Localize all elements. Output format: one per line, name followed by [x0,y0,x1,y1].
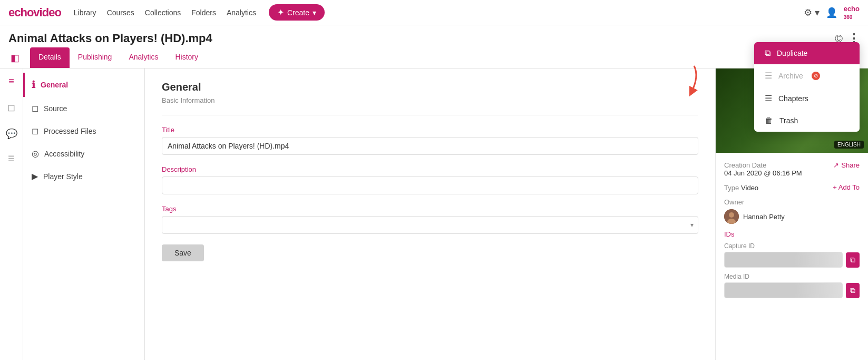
nav-item-accessibility[interactable]: ◎ Accessibility [23,142,144,165]
files-icon: ◻ [32,126,38,136]
media-id-input [724,282,843,298]
right-panel-body: Creation Date 04 Jun 2020 @ 06:16 PM ↗ S… [716,153,868,313]
settings-button[interactable]: ⚙ ▾ [804,7,820,18]
accessibility-icon: ◎ [32,149,39,159]
owner-row: Hannah Petty [724,209,860,224]
description-input[interactable] [162,176,698,194]
sidebar-toggle-icon[interactable]: ◧ [8,48,22,68]
add-to-button[interactable]: + Add To [833,183,860,191]
type-value: Video [741,184,758,192]
tags-group: Tags ▾ [162,205,698,234]
tab-details[interactable]: Details [30,47,70,68]
archive-label: Archive [778,72,803,80]
media-id-row: ⧉ [724,282,860,298]
chapters-label: Chapters [778,94,808,103]
tags-label: Tags [162,205,698,213]
capture-id-copy-button[interactable]: ⧉ [846,252,860,268]
media-id-label: Media ID [724,273,860,280]
video-score-badge: ENGLISH [834,141,864,149]
description-group: Description [162,165,698,194]
create-button[interactable]: ✦ Create ▾ [269,4,325,21]
nav-folders[interactable]: Folders [191,8,216,17]
tab-publishing[interactable]: Publishing [70,47,121,68]
chevron-down-icon: ▾ [313,8,316,17]
main-layout: ≡ ◻ 💬 ☰ ℹ General ◻ Source ◻ Processed F… [0,68,868,360]
share-icon: ↗ [833,161,839,169]
trash-label: Trash [779,116,798,125]
creation-date-value: 04 Jun 2020 @ 06:16 PM [724,169,802,177]
logo-text: echovideo [8,6,61,19]
nav-item-general-label: General [41,81,68,89]
share-label: Share [841,161,860,169]
dropdown-item-duplicate[interactable]: ⧉ Duplicate [754,42,860,64]
logo[interactable]: echovideo [8,6,61,19]
ids-label: IDs [724,230,860,238]
save-button[interactable]: Save [162,244,204,261]
media-id-copy-button[interactable]: ⧉ [846,283,860,298]
content-section-subtitle: Basic Information [162,96,698,104]
tags-input[interactable] [167,219,690,231]
page-title: Animal Attacks on Players! (HD).mp4 [8,32,212,45]
echo360-logo: echo360 [844,5,860,21]
type-row: Type Video + Add To [724,183,860,192]
ids-section: IDs Capture ID ⧉ Media ID ⧉ [724,230,860,298]
nav-right: ⚙ ▾ 👤 echo360 [804,5,860,21]
info-icon: ℹ [32,79,35,91]
sidebar-chapters-icon[interactable]: ☰ [5,151,18,166]
magic-icon: ✦ [277,7,284,17]
page-header: Animal Attacks on Players! (HD).mp4 © ⋮ [0,25,868,45]
tab-bar: ◧ Details Publishing Analytics History [0,47,868,68]
owner-label: Owner [724,198,860,206]
dropdown-item-trash[interactable]: 🗑 Trash [754,110,860,132]
dropdown-item-archive[interactable]: ☰ Archive ⊘ [754,64,860,87]
capture-id-label: Capture ID [724,242,860,250]
title-input[interactable] [162,137,698,155]
tab-analytics[interactable]: Analytics [120,47,167,68]
top-navigation: echovideo Library Courses Collections Fo… [0,0,868,25]
nav-item-general[interactable]: ℹ General [23,73,144,97]
nav-item-player-style-label: Player Style [43,172,83,181]
archive-icon: ☰ [765,71,772,81]
tab-bar-left: ◧ [8,48,22,68]
title-group: Title [162,126,698,155]
chapters-icon: ☰ [765,93,772,103]
user-button[interactable]: 👤 [826,7,837,18]
title-label: Title [162,126,698,134]
content-area: General Basic Information Title Descript… [145,68,715,360]
dropdown-menu: ⧉ Duplicate ☰ Archive ⊘ ☰ Chapters 🗑 Tra… [754,42,860,132]
share-button[interactable]: ↗ Share [833,161,860,169]
sidebar-captions-icon[interactable]: 💬 [3,125,21,143]
dropdown-item-chapters[interactable]: ☰ Chapters [754,87,860,110]
source-icon: ◻ [32,103,38,113]
nav-item-player-style[interactable]: ▶ Player Style [23,165,144,188]
left-nav: ℹ General ◻ Source ◻ Processed Files ◎ A… [23,68,144,360]
tags-select-wrapper: ▾ [162,216,698,234]
tab-history[interactable]: History [167,47,207,68]
nav-library[interactable]: Library [74,8,96,17]
player-icon: ▶ [32,171,38,181]
nav-collections[interactable]: Collections [145,8,181,17]
nav-item-processed-files-label: Processed Files [44,127,96,135]
forbidden-badge: ⊘ [812,72,820,80]
svg-point-1 [729,212,734,218]
section-divider [162,115,698,115]
duplicate-icon: ⧉ [765,48,771,58]
icon-sidebar: ≡ ◻ 💬 ☰ [0,68,23,360]
nav-item-source[interactable]: ◻ Source [23,97,144,120]
nav-item-accessibility-label: Accessibility [44,150,84,158]
nav-item-processed-files[interactable]: ◻ Processed Files [23,120,144,142]
nav-courses[interactable]: Courses [107,8,134,17]
owner-name: Hannah Petty [743,213,785,221]
content-section-title: General [162,81,698,93]
type-label: Type [724,184,739,192]
nav-item-source-label: Source [44,104,67,113]
nav-analytics[interactable]: Analytics [227,8,256,17]
trash-icon: 🗑 [765,116,773,125]
duplicate-label: Duplicate [777,49,807,57]
create-label: Create [287,8,309,17]
sidebar-details-icon[interactable]: ≡ [5,73,17,90]
description-label: Description [162,165,698,173]
sidebar-media-icon[interactable]: ◻ [4,99,18,116]
tags-dropdown-arrow: ▾ [690,221,694,229]
nav-links: Library Courses Collections Folders Anal… [74,8,256,17]
